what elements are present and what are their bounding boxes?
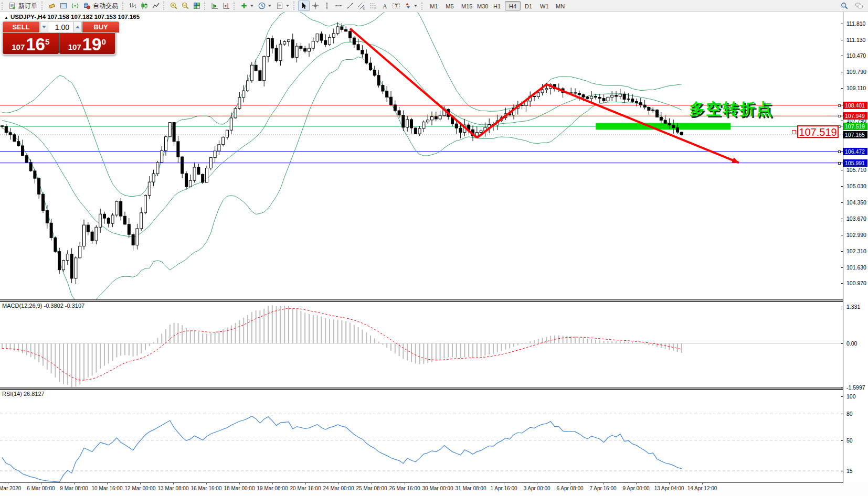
date-tick bbox=[504, 483, 504, 484]
date-label: 9 Mar 08:00 bbox=[60, 486, 88, 491]
callout-anchor-square bbox=[792, 130, 796, 134]
crosshair-icon-icon bbox=[311, 2, 320, 10]
sell-price[interactable]: 107165 bbox=[3, 33, 59, 54]
date-label: 13 Mar 08:00 bbox=[158, 486, 189, 491]
date-tick bbox=[140, 483, 141, 484]
date-tick bbox=[570, 483, 570, 484]
hline-anchor-square[interactable] bbox=[838, 162, 841, 165]
date-tick bbox=[74, 483, 75, 484]
candlestick-chart-icon[interactable] bbox=[139, 1, 150, 11]
tile-windows-icon[interactable] bbox=[191, 1, 203, 11]
tick-mark bbox=[841, 414, 843, 414]
rsi-indicator-label: RSI(14) 26.8127 bbox=[2, 391, 45, 397]
horizontal-line-icon[interactable] bbox=[333, 1, 344, 11]
date-label: 9 Apr 00:00 bbox=[622, 486, 649, 491]
tick-mark bbox=[841, 387, 843, 388]
indicators-icon[interactable] bbox=[238, 1, 256, 11]
crosshair-icon[interactable] bbox=[310, 1, 321, 11]
tick-mark bbox=[841, 235, 843, 235]
text-icon[interactable]: A bbox=[379, 1, 390, 11]
chart-canvas[interactable] bbox=[0, 0, 868, 496]
new-order-button[interactable]: 新订单 bbox=[6, 1, 40, 11]
sell-button[interactable]: SELL bbox=[3, 21, 39, 33]
hline-anchor-square[interactable] bbox=[838, 104, 841, 107]
auto-trading-icon bbox=[82, 2, 91, 10]
price-callout-box[interactable]: 107.519 bbox=[797, 125, 839, 138]
one-click-trading-panel: SELL BUY 107165 107190 bbox=[2, 21, 115, 55]
buy-price[interactable]: 107190 bbox=[59, 33, 115, 54]
templates-icon[interactable] bbox=[274, 1, 292, 11]
timeframe-mn-button[interactable]: MN bbox=[552, 1, 568, 10]
cursor-icon[interactable] bbox=[298, 1, 310, 11]
channel-icon-icon: E bbox=[357, 2, 366, 10]
tick-mark bbox=[841, 396, 843, 397]
turning-point-annotation[interactable]: 多空转折点 bbox=[689, 99, 773, 120]
pane-separator-rsi[interactable] bbox=[0, 387, 868, 390]
new-order-icon bbox=[8, 2, 16, 10]
price-tick-label: 105.030 bbox=[846, 183, 866, 189]
pane-separator-macd[interactable] bbox=[0, 299, 868, 302]
date-label: 1 Apr 16:00 bbox=[490, 486, 517, 491]
trendline-icon[interactable] bbox=[344, 1, 356, 11]
new-chart-icon-icon bbox=[48, 2, 56, 10]
date-tick bbox=[438, 483, 438, 484]
tick-mark bbox=[841, 24, 843, 24]
collapse-panel-icon[interactable]: ▲ bbox=[4, 15, 8, 20]
zoom-in-icon[interactable] bbox=[168, 1, 179, 11]
timeframe-m1-button[interactable]: M1 bbox=[426, 1, 442, 10]
timeframe-h1-button[interactable]: H1 bbox=[489, 1, 505, 10]
mt4-terminal: 新订单自动交易EFATM1M5M15M30H1H4D1W1MN ▲USDJPY-… bbox=[0, 0, 868, 496]
signals-icon[interactable] bbox=[69, 1, 81, 11]
date-tick bbox=[107, 483, 108, 484]
price-tick-label: 104.350 bbox=[846, 199, 866, 206]
chart-shift-icon[interactable] bbox=[220, 1, 232, 11]
date-tick bbox=[471, 483, 471, 484]
toolbar: 新订单自动交易EFATM1M5M15M30H1H4D1W1MN bbox=[0, 0, 868, 12]
auto-trading-button[interactable]: 自动交易 bbox=[81, 1, 121, 11]
time-axis[interactable]: 4 Mar 20206 Mar 00:009 Mar 08:0010 Mar 1… bbox=[0, 483, 868, 496]
timeframe-d1-button[interactable]: D1 bbox=[521, 1, 536, 10]
profiles-icon-icon bbox=[59, 2, 68, 10]
buy-button[interactable]: BUY bbox=[82, 21, 119, 33]
bar-chart-icon[interactable] bbox=[127, 1, 139, 11]
label-icon[interactable]: T bbox=[390, 1, 402, 11]
price-axis[interactable]: 111.810111.130110.470109.790109.110107.7… bbox=[843, 12, 868, 483]
volume-input[interactable] bbox=[48, 21, 73, 33]
timeframe-h4-button[interactable]: H4 bbox=[505, 1, 521, 10]
fibonacci-icon[interactable]: F bbox=[367, 1, 379, 11]
auto-scroll-icon[interactable] bbox=[209, 1, 220, 11]
profiles-icon[interactable] bbox=[58, 1, 69, 11]
date-label: 18 Mar 00:00 bbox=[224, 486, 255, 491]
date-label: 3 Apr 00:00 bbox=[523, 486, 550, 491]
zoom-out-icon[interactable] bbox=[179, 1, 191, 11]
volume-increase-button[interactable] bbox=[73, 21, 82, 33]
volume-decrease-button[interactable] bbox=[40, 21, 48, 33]
svg-text:E: E bbox=[363, 6, 365, 10]
date-tick bbox=[173, 483, 174, 484]
search-icon[interactable] bbox=[839, 1, 850, 11]
candlestick-chart-icon-icon bbox=[140, 2, 149, 10]
timeframe-w1-button[interactable]: W1 bbox=[536, 1, 552, 10]
text-icon-icon: A bbox=[380, 2, 389, 10]
price-tag-107.165: 107.165 bbox=[843, 131, 867, 138]
timeframe-m30-button[interactable]: M30 bbox=[473, 1, 489, 10]
channel-icon[interactable]: E bbox=[356, 1, 367, 11]
arrows-icon-icon bbox=[404, 2, 412, 10]
volume-control bbox=[40, 21, 82, 33]
cursor-icon-icon bbox=[300, 2, 308, 10]
periods-icon[interactable] bbox=[256, 1, 274, 11]
price-tick-label: 100.970 bbox=[846, 280, 866, 286]
vertical-line-icon[interactable] bbox=[321, 1, 333, 11]
arrows-icon[interactable] bbox=[402, 1, 420, 11]
date-tick bbox=[537, 483, 537, 484]
tick-mark bbox=[841, 219, 843, 219]
chat-icon[interactable] bbox=[853, 1, 865, 11]
hline-anchor-square[interactable] bbox=[838, 150, 841, 153]
new-chart-icon[interactable] bbox=[46, 1, 58, 11]
hline-anchor-square[interactable] bbox=[838, 115, 841, 117]
line-chart-icon[interactable] bbox=[150, 1, 162, 11]
timeframe-m15-button[interactable]: M15 bbox=[458, 1, 473, 10]
timeframe-m5-button[interactable]: M5 bbox=[442, 1, 458, 10]
toolbar-grip bbox=[234, 2, 236, 10]
price-tick-label: 111.810 bbox=[846, 20, 865, 27]
